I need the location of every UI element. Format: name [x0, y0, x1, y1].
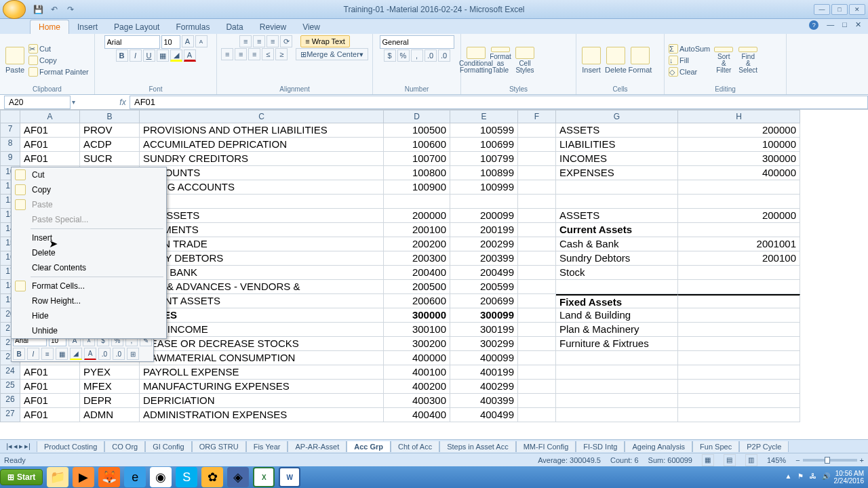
col-header[interactable]: D — [384, 110, 450, 123]
menu-item-cut[interactable]: Cut — [12, 167, 166, 182]
cell[interactable]: Land & Building — [556, 308, 678, 323]
cell[interactable]: PAYROLL EXPENSE — [140, 365, 384, 380]
cell[interactable]: 400100 — [384, 365, 450, 380]
cell[interactable]: SUCR — [80, 152, 140, 166]
sheet-tab[interactable]: Cht of Acc — [391, 441, 439, 452]
font-name-select[interactable] — [104, 35, 160, 49]
tab-data[interactable]: Data — [218, 20, 251, 34]
cell[interactable]: 200199 — [450, 223, 518, 237]
close-button[interactable]: ✕ — [849, 4, 865, 15]
cell[interactable]: 400000 — [678, 166, 800, 180]
zoom-level[interactable]: 145% — [767, 456, 786, 464]
cell[interactable]: 400400 — [384, 408, 450, 422]
cell[interactable]: 100900 — [384, 180, 450, 195]
copy-button[interactable]: Copy — [28, 55, 89, 66]
cell[interactable]: ACDP — [80, 138, 140, 152]
cell[interactable] — [556, 380, 678, 394]
cell[interactable] — [518, 380, 556, 394]
cell[interactable]: PROVISIONS AND OTHER LIABILITIES — [140, 123, 384, 138]
cell[interactable]: 400000 — [384, 351, 450, 365]
cell[interactable]: ESTMENTS — [140, 223, 384, 237]
mini-dec-dec[interactable]: .0 — [113, 348, 125, 360]
cell[interactable] — [518, 223, 556, 237]
col-header[interactable]: H — [678, 110, 800, 123]
mini-fill[interactable]: ◢ — [70, 348, 82, 360]
cell[interactable]: 200500 — [384, 280, 450, 294]
align-middle-button[interactable]: ≡ — [253, 35, 265, 47]
cell[interactable] — [556, 351, 678, 365]
sheet-tab[interactable]: FI-SD Intg — [576, 441, 625, 452]
align-right-button[interactable]: ≡ — [248, 48, 260, 60]
maximize-button[interactable]: □ — [831, 4, 848, 15]
cell[interactable]: AF01 — [20, 152, 80, 166]
network-icon[interactable]: 🖧 — [810, 472, 819, 482]
cell[interactable]: Plan & Machinery — [556, 323, 678, 337]
cell[interactable] — [678, 308, 800, 323]
cell[interactable] — [678, 280, 800, 294]
cell[interactable] — [678, 337, 800, 351]
tab-formulas[interactable]: Formulas — [167, 20, 218, 34]
cell[interactable] — [678, 323, 800, 337]
cell[interactable] — [518, 166, 556, 180]
cell[interactable] — [678, 365, 800, 380]
col-header[interactable]: G — [556, 110, 678, 123]
undo-icon[interactable]: ↶ — [47, 3, 61, 16]
cell[interactable] — [518, 209, 556, 223]
cell[interactable]: MANUFACTURING EXPENSES — [140, 380, 384, 394]
cell[interactable] — [518, 237, 556, 251]
cell[interactable]: NDRY DEBTORS — [140, 251, 384, 266]
zoom-slider[interactable] — [803, 459, 857, 462]
cell[interactable]: ED ASSETS — [140, 209, 384, 223]
ribbon-close-icon[interactable]: ✕ — [855, 20, 861, 30]
sheet-tab[interactable]: Product Costing — [37, 441, 104, 452]
table-row[interactable]: 25AF01MFEXMANUFACTURING EXPENSES40020040… — [0, 380, 868, 394]
mini-align[interactable]: ≡ — [41, 348, 54, 360]
volume-icon[interactable]: 🔊 — [822, 472, 831, 482]
sheet-tab[interactable]: Ageing Analysis — [625, 441, 692, 452]
menu-item-hide[interactable]: Hide — [12, 308, 166, 323]
conditional-formatting-button[interactable]: Conditional Formatting — [465, 45, 487, 75]
tab-insert[interactable]: Insert — [69, 20, 106, 34]
select-all-corner[interactable] — [0, 110, 20, 123]
cell[interactable]: 100699 — [450, 138, 518, 152]
cell[interactable]: ADMINISTRATION EXPENSES — [140, 408, 384, 422]
cell[interactable]: CK IN TRADE — [140, 237, 384, 251]
fill-color-button[interactable]: ◢ — [170, 49, 182, 62]
table-row[interactable]: 26AF01DEPRDEPRICIATION400300400399 — [0, 394, 868, 408]
menu-item-format-cells-[interactable]: Format Cells... — [12, 279, 166, 293]
cell[interactable]: AF01 — [20, 123, 80, 138]
cell[interactable]: 400199 — [450, 365, 518, 380]
cell[interactable]: AF01 — [20, 380, 80, 394]
cell[interactable] — [678, 266, 800, 280]
cell[interactable] — [678, 195, 800, 209]
sheet-tab[interactable]: Fis Year — [246, 441, 288, 452]
cell[interactable]: MFEX — [80, 380, 140, 394]
cell[interactable] — [518, 266, 556, 280]
help-icon[interactable]: ? — [809, 20, 818, 30]
cell[interactable]: SH & BANK — [140, 266, 384, 280]
cell[interactable]: 200399 — [450, 251, 518, 266]
cell[interactable]: 200699 — [450, 294, 518, 308]
menu-item-clear-contents[interactable]: Clear Contents — [12, 260, 166, 275]
name-box[interactable] — [4, 96, 71, 109]
ribbon-restore-icon[interactable]: □ — [842, 20, 847, 30]
cell[interactable] — [678, 351, 800, 365]
table-row[interactable]: 24AF01PYEXPAYROLL EXPENSE400100400199 — [0, 365, 868, 380]
merge-center-button[interactable]: ⊞ Merge & Center ▾ — [296, 48, 368, 60]
menu-item-unhide[interactable]: Unhide — [12, 323, 166, 338]
table-row[interactable]: 9AF01SUCRSUNDRY CREDITORS100700100799INC… — [0, 152, 868, 166]
menu-item-copy[interactable]: Copy — [12, 182, 166, 197]
insert-cells-button[interactable]: Insert — [580, 45, 602, 75]
zoom-out-button[interactable]: − — [795, 456, 800, 464]
row-header[interactable]: 9 — [0, 152, 20, 166]
view-normal-icon[interactable]: ▦ — [702, 454, 714, 466]
start-button[interactable]: ⊞Start — [0, 469, 43, 485]
cell[interactable] — [518, 251, 556, 266]
excel-icon[interactable]: X — [253, 467, 275, 487]
format-cells-button[interactable]: Format — [629, 45, 651, 75]
bold-button[interactable]: B — [116, 49, 128, 62]
skype-icon[interactable]: S — [176, 467, 197, 487]
fill-button[interactable]: ↓Fill — [669, 55, 710, 66]
shrink-font-button[interactable]: A — [195, 35, 208, 47]
cell[interactable]: RRENT ASSETS — [140, 294, 384, 308]
